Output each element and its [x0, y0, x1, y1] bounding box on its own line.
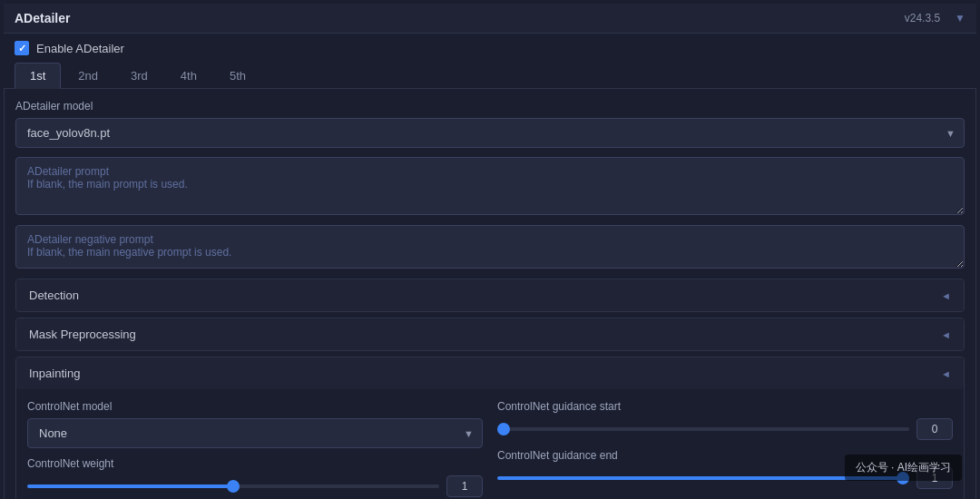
inpainting-section: Inpainting ◄ ControlNet model None ▼ [15, 357, 965, 499]
tabs-row: 1st 2nd 3rd 4th 5th [4, 63, 976, 89]
negative-prompt-input[interactable] [15, 225, 965, 269]
enable-row: Enable ADetailer [4, 34, 976, 63]
detection-title: Detection [29, 289, 79, 302]
cn-guidance-start-row: 0 [497, 418, 953, 440]
tab-2nd[interactable]: 2nd [63, 63, 113, 88]
inpainting-content: ControlNet model None ▼ ControlNet weigh… [16, 389, 964, 499]
version-text: v24.3.5 [905, 12, 940, 24]
inpainting-grid: ControlNet model None ▼ ControlNet weigh… [27, 400, 953, 497]
model-select[interactable]: face_yolov8n.pt face_yolov8s.pt hand_yol… [15, 118, 965, 148]
tab-4th[interactable]: 4th [165, 63, 212, 88]
controlnet-right-col: ControlNet guidance start 0 ControlNet g… [497, 400, 953, 497]
cn-weight-slider[interactable] [27, 484, 439, 488]
enable-label: Enable ADetailer [36, 42, 124, 55]
tab-3rd[interactable]: 3rd [115, 63, 163, 88]
watermark-text: 公众号 · AI绘画学习 [856, 461, 951, 474]
tab-5th[interactable]: 5th [214, 63, 261, 88]
model-label: ADetailer model [15, 100, 965, 113]
cn-model-select[interactable]: None [27, 418, 483, 448]
inpainting-arrow: ◄ [941, 368, 951, 379]
mask-section: Mask Preprocessing ◄ [15, 318, 965, 351]
watermark: 公众号 · AI绘画学习 [845, 455, 962, 481]
enable-checkbox[interactable] [15, 41, 29, 55]
inpainting-header[interactable]: Inpainting ◄ [16, 357, 964, 389]
cn-guidance-start-label: ControlNet guidance start [497, 400, 953, 413]
cn-weight-value: 1 [446, 475, 483, 497]
model-section: ADetailer model face_yolov8n.pt face_yol… [15, 100, 965, 148]
cn-guidance-start-value: 0 [916, 418, 953, 440]
mask-arrow: ◄ [941, 329, 951, 340]
panel-header: ADetailer v24.3.5 ▼ [4, 4, 976, 34]
cn-guidance-start-slider[interactable] [497, 427, 909, 431]
panel-title: ADetailer [15, 11, 70, 25]
controlnet-left-col: ControlNet model None ▼ ControlNet weigh… [27, 400, 483, 497]
detection-arrow: ◄ [941, 290, 951, 301]
model-select-wrapper: face_yolov8n.pt face_yolov8s.pt hand_yol… [15, 118, 965, 148]
mask-header[interactable]: Mask Preprocessing ◄ [16, 318, 964, 350]
cn-weight-label: ControlNet weight [27, 457, 483, 470]
cn-weight-row: 1 [27, 475, 483, 497]
mask-title: Mask Preprocessing [29, 328, 136, 341]
detection-header[interactable]: Detection ◄ [16, 279, 964, 311]
detection-section: Detection ◄ [15, 279, 965, 312]
prompt-section [15, 157, 965, 271]
positive-prompt-input[interactable] [15, 157, 965, 215]
tab-1st[interactable]: 1st [15, 63, 61, 89]
inpainting-title: Inpainting [29, 367, 80, 380]
panel-collapse-icon[interactable]: ▼ [955, 12, 965, 24]
cn-model-select-wrapper: None ▼ [27, 418, 483, 448]
cn-model-label: ControlNet model [27, 400, 483, 413]
